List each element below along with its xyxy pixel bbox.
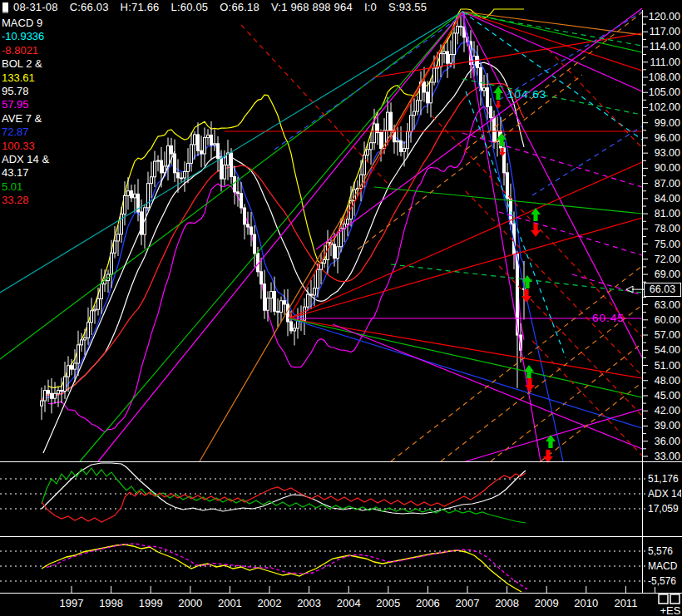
- trendline-1: [0, 12, 462, 359]
- indicator-value-2: -8.8021: [2, 44, 38, 57]
- macd-line: [42, 545, 521, 592]
- panel-scale-label-4: MACD: [648, 561, 681, 572]
- price-axis-label: 117.00: [647, 26, 680, 37]
- header-token-1: C:66.03: [70, 1, 109, 13]
- corner-checkbox-1[interactable]: [670, 594, 680, 604]
- price-axis-label: 72.00: [647, 254, 680, 265]
- trendline-37: [358, 75, 582, 249]
- trendline-23: [374, 33, 642, 77]
- trendline-32: [241, 25, 391, 187]
- price-annotation-1: 60.45: [592, 312, 625, 324]
- indicator-value-0: MACD 9: [2, 17, 42, 30]
- price-axis-label: 69.00: [647, 269, 680, 280]
- candlesticks: [41, 14, 526, 420]
- header-token-4: O:66.18: [220, 1, 259, 13]
- indicator-value-11: 43.17: [2, 166, 29, 180]
- chart-canvas[interactable]: [0, 0, 682, 616]
- app-icon: [2, 2, 8, 13]
- trendline-41: [532, 126, 642, 195]
- year-label-2008: 2008: [491, 597, 524, 609]
- panel-scale-label-1: ADX 14: [648, 489, 681, 500]
- sell-arrow-icon-5: [531, 224, 541, 237]
- year-label-1998: 1998: [95, 597, 128, 609]
- header-token-7: S:93.55: [388, 1, 427, 13]
- bollinger-upper-line: [48, 9, 524, 387]
- trendline-4: [200, 12, 462, 461]
- corner-checkbox-0[interactable]: [659, 594, 668, 604]
- price-axis-label: 48.00: [647, 375, 680, 387]
- indicator-value-10: ADX 14 &: [2, 153, 49, 166]
- indicator-value-13: 33.28: [2, 194, 29, 207]
- price-axis-label: 75.00: [647, 239, 680, 250]
- price-axis-label: 54.00: [647, 344, 680, 356]
- year-label-2010: 2010: [570, 597, 603, 609]
- indicator-value-12: 5.01: [2, 180, 22, 194]
- price-axis-label: 105.00: [647, 86, 680, 98]
- sell-arrow-icon-1: [495, 101, 501, 109]
- panel-scale-label-3: 5,576: [648, 546, 681, 557]
- year-label-2011: 2011: [609, 597, 642, 609]
- price-axis-label: 39.00: [647, 420, 680, 431]
- trendline-34: [441, 305, 642, 461]
- price-axis-label: 84.00: [647, 193, 680, 205]
- price-axis-label: 81.00: [647, 208, 680, 219]
- indicator-value-4: 133.61: [2, 71, 35, 85]
- trendline-8: [462, 12, 642, 52]
- trendline-9: [462, 12, 642, 71]
- year-label-2006: 2006: [411, 597, 444, 609]
- price-axis-label: 114.00: [647, 41, 680, 52]
- trendline-11: [462, 12, 642, 357]
- year-label-1999: 1999: [134, 597, 167, 609]
- price-axis-label: 111.00: [647, 57, 680, 68]
- trendline-26: [466, 409, 642, 461]
- trendline-19: [289, 318, 642, 428]
- trendline-42: [462, 133, 642, 187]
- price-axis-label: 93.00: [647, 147, 680, 159]
- trendline-6: [289, 12, 462, 318]
- indicator-value-8: 72.87: [2, 126, 29, 139]
- trendline-5: [43, 151, 175, 453]
- year-label-2009: 2009: [530, 597, 563, 609]
- year-label-2001: 2001: [213, 597, 246, 609]
- indicator-value-6: 57.95: [2, 98, 29, 111]
- price-annotation-0: 104.63: [507, 88, 546, 101]
- trendline-20: [289, 318, 642, 397]
- year-label-2004: 2004: [332, 597, 365, 609]
- indicator-value-1: -10.9336: [2, 30, 44, 43]
- trendline-43: [499, 212, 642, 255]
- price-axis-label: 87.00: [647, 178, 680, 190]
- year-label-2003: 2003: [293, 597, 326, 609]
- trendline-14: [462, 12, 642, 140]
- plus-di-line: [42, 468, 526, 523]
- buy-arrow-icon-4: [531, 208, 541, 221]
- panel-scale-label-5: -5,576: [648, 576, 681, 587]
- price-axis-label: 51.00: [647, 360, 680, 372]
- price-axis-label: 99.00: [647, 117, 680, 129]
- price-axis-label: 36.00: [647, 436, 680, 447]
- sell-arrow-icon-7: [521, 289, 531, 303]
- price-axis-label: 63.00: [647, 299, 680, 311]
- price-axis-label: 57.00: [647, 329, 680, 341]
- adx-line: [42, 463, 526, 514]
- price-axis-label: 96.00: [647, 132, 680, 144]
- price-axis-label: 108.00: [647, 71, 680, 83]
- sell-arrow-icon-11: [543, 450, 553, 463]
- trendline-28: [466, 191, 642, 376]
- indicator-value-9: 100.33: [2, 140, 35, 153]
- year-label-2005: 2005: [372, 597, 405, 609]
- indicator-value-7: AVE 7 &: [2, 112, 42, 126]
- fast-average-line: [42, 42, 524, 401]
- price-axis-label: 90.00: [647, 162, 680, 174]
- price-axis-label: 120.00: [647, 11, 680, 22]
- quote-header: 08-31-08C:66.03H:71.66L:60.05O:66.18V:1 …: [13, 1, 438, 13]
- symbol-label[interactable]: +ES: [658, 604, 682, 616]
- price-axis-label: 102.00: [647, 101, 680, 113]
- price-axis-label: 42.00: [647, 405, 680, 416]
- indicator-value-5: 95.78: [2, 85, 29, 98]
- price-axis-label: 60.00: [647, 314, 680, 326]
- year-label-2000: 2000: [174, 597, 207, 609]
- header-token-5: V:1 968 898 964: [271, 1, 353, 13]
- indicator-value-3: BOL 2 &: [2, 57, 42, 71]
- year-label-2002: 2002: [253, 597, 286, 609]
- year-label-2007: 2007: [451, 597, 484, 609]
